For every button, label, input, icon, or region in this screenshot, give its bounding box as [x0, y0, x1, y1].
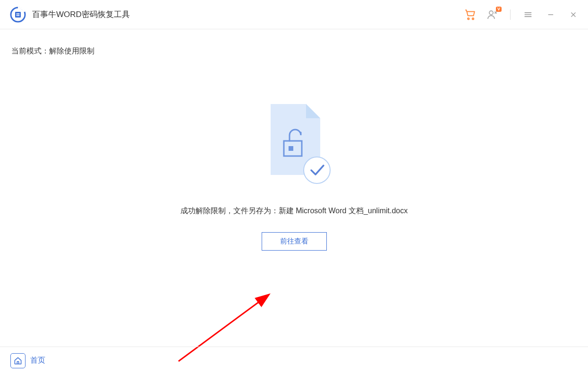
svg-point-8	[489, 11, 493, 15]
svg-rect-16	[289, 146, 293, 151]
minimize-icon[interactable]	[545, 9, 557, 21]
svg-point-17	[304, 157, 330, 183]
main-content: 当前模式：解除使用限制 成功解除限制，文件另存为：新建 Microsoft Wo…	[0, 29, 588, 347]
home-link[interactable]: 首页	[10, 353, 45, 368]
titlebar-left: 百事牛WORD密码恢复工具	[9, 6, 130, 23]
menu-icon[interactable]	[522, 9, 534, 21]
titlebar-controls: V	[464, 9, 579, 21]
success-message: 成功解除限制，文件另存为：新建 Microsoft Word 文档_unlimi…	[180, 206, 408, 216]
app-logo-icon	[9, 6, 26, 23]
titlebar-divider	[510, 9, 511, 20]
user-icon[interactable]: V	[486, 9, 499, 21]
app-title: 百事牛WORD密码恢复工具	[32, 9, 130, 20]
svg-point-7	[472, 18, 474, 19]
mode-value: 解除使用限制	[49, 47, 94, 55]
svg-rect-4	[17, 15, 18, 16]
svg-rect-2	[17, 13, 18, 15]
view-file-button[interactable]: 前往查看	[262, 232, 327, 251]
svg-rect-5	[18, 15, 20, 16]
user-badge: V	[496, 7, 502, 12]
svg-rect-3	[18, 13, 20, 15]
result-area: 成功解除限制，文件另存为：新建 Microsoft Word 文档_unlimi…	[0, 99, 588, 251]
current-mode-label: 当前模式：解除使用限制	[11, 46, 577, 56]
cart-icon[interactable]	[464, 9, 476, 21]
saved-filename: 新建 Microsoft Word 文档_unlimit.docx	[279, 207, 408, 215]
titlebar: 百事牛WORD密码恢复工具 V	[0, 0, 588, 29]
document-unlocked-icon	[261, 99, 327, 184]
svg-point-6	[468, 18, 469, 19]
success-prefix: 成功解除限制，文件另存为：	[180, 207, 279, 215]
svg-rect-1	[15, 12, 21, 17]
home-label: 首页	[30, 356, 45, 365]
home-icon	[10, 353, 26, 368]
close-icon[interactable]	[567, 9, 579, 21]
footer: 首页	[0, 347, 588, 374]
mode-prefix: 当前模式：	[11, 47, 49, 55]
